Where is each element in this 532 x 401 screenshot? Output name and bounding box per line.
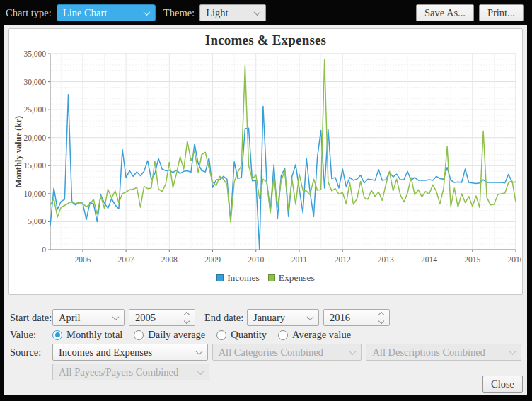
theme-label: Theme: [163, 7, 195, 19]
date-range-row: Start date: April 2005 End date: January… [10, 309, 521, 326]
radio-icon [134, 330, 144, 340]
start-year-value: 2005 [135, 312, 156, 324]
chevron-down-icon [349, 348, 357, 355]
source-row: Source: Incomes and Expenses All Categor… [10, 344, 521, 361]
categories-select: All Categories Combined [212, 344, 362, 361]
svg-text:2007: 2007 [117, 255, 134, 264]
radio-icon [52, 330, 62, 340]
svg-text:Monthly value (kr): Monthly value (kr) [13, 116, 23, 187]
radio-label: Quantity [231, 329, 267, 341]
radio-average-value[interactable]: Average value [278, 329, 351, 341]
radio-label: Monthly total [66, 329, 122, 341]
svg-text:2014: 2014 [421, 255, 437, 264]
svg-text:2012: 2012 [334, 255, 350, 264]
svg-text:2009: 2009 [204, 255, 221, 264]
chart-type-value: Line Chart [63, 7, 107, 19]
legend-label-incomes: Incomes [227, 272, 260, 284]
svg-text:5,000: 5,000 [28, 217, 46, 226]
spinner-arrows-icon[interactable] [185, 313, 189, 323]
svg-text:2006: 2006 [74, 255, 91, 264]
chevron-down-icon [197, 368, 204, 375]
end-month-select[interactable]: January [247, 309, 319, 326]
chevron-down-icon [307, 313, 314, 320]
radio-quantity[interactable]: Quantity [216, 329, 267, 341]
spinner-arrows-icon[interactable] [379, 313, 383, 323]
payees-row: All Payees/Payers Combined [52, 364, 521, 380]
chart-panel: Incomes & Expenses 05,00010,00015,00020,… [8, 28, 523, 295]
radio-icon [278, 330, 288, 340]
incomes-swatch-icon [216, 274, 224, 281]
end-year-spinner[interactable]: 2016 [323, 309, 390, 326]
value-label: Value: [10, 329, 52, 341]
svg-text:2015: 2015 [464, 255, 480, 264]
svg-text:10,000: 10,000 [23, 190, 46, 199]
chart-type-select[interactable]: Line Chart [57, 4, 156, 21]
categories-value: All Categories Combined [219, 347, 323, 359]
source-value: Incomes and Expenses [59, 347, 152, 359]
svg-text:20,000: 20,000 [23, 134, 46, 143]
dialog-body: Incomes & Expenses 05,00010,00015,00020,… [4, 25, 527, 395]
legend-label-expenses: Expenses [279, 272, 315, 284]
radio-label: Average value [292, 329, 351, 341]
line-chart: 05,00010,00015,00020,00025,00030,00035,0… [11, 48, 521, 272]
source-select[interactable]: Incomes and Expenses [52, 344, 208, 361]
end-month-value: January [253, 312, 285, 324]
radio-icon [216, 330, 226, 340]
chevron-down-icon [254, 8, 261, 16]
chart-title: Incomes & Expenses [9, 33, 522, 48]
radio-daily-average[interactable]: Daily average [134, 329, 205, 341]
radio-monthly-total[interactable]: Monthly total [52, 329, 122, 341]
chevron-down-icon [143, 8, 150, 16]
svg-text:2013: 2013 [377, 255, 393, 264]
chevron-down-icon [195, 348, 202, 355]
value-row: Value: Monthly total Daily average Quant… [10, 329, 521, 341]
print-button[interactable]: Print... [479, 4, 524, 21]
toolbar: Chart type: Line Chart Theme: Light Save… [0, 0, 532, 25]
source-label: Source: [10, 347, 52, 359]
svg-text:15,000: 15,000 [23, 161, 46, 170]
payees-value: All Payees/Payers Combined [59, 366, 178, 378]
save-as-button[interactable]: Save As... [416, 4, 474, 21]
start-month-value: April [59, 312, 81, 324]
payees-select: All Payees/Payers Combined [52, 364, 209, 380]
expenses-swatch-icon [268, 274, 275, 281]
svg-text:35,000: 35,000 [23, 50, 46, 59]
chart-legend: Incomes Expenses [9, 272, 522, 284]
radio-label: Daily average [148, 329, 205, 341]
start-year-spinner[interactable]: 2005 [129, 309, 195, 326]
svg-text:0: 0 [42, 245, 46, 254]
theme-value: Light [206, 7, 228, 19]
start-month-select[interactable]: April [52, 309, 125, 326]
descriptions-select: All Descriptions Combined [366, 344, 521, 361]
legend-item-incomes: Incomes [216, 272, 260, 284]
theme-select[interactable]: Light [200, 4, 266, 21]
svg-text:25,000: 25,000 [23, 105, 46, 115]
svg-text:30,000: 30,000 [23, 78, 46, 87]
chevron-down-icon [112, 313, 120, 320]
svg-text:2010: 2010 [248, 255, 264, 264]
start-date-label: Start date: [10, 312, 52, 324]
svg-text:2008: 2008 [161, 255, 177, 264]
chevron-down-icon [509, 348, 516, 355]
controls: Start date: April 2005 End date: January… [4, 295, 527, 380]
end-date-label: End date: [204, 312, 244, 324]
descriptions-value: All Descriptions Combined [372, 347, 485, 359]
legend-item-expenses: Expenses [268, 272, 315, 284]
svg-text:2016: 2016 [507, 255, 521, 264]
close-button[interactable]: Close [482, 376, 523, 393]
svg-text:2011: 2011 [291, 255, 307, 264]
chart-type-label: Chart type: [6, 7, 52, 19]
end-year-value: 2016 [330, 312, 350, 324]
